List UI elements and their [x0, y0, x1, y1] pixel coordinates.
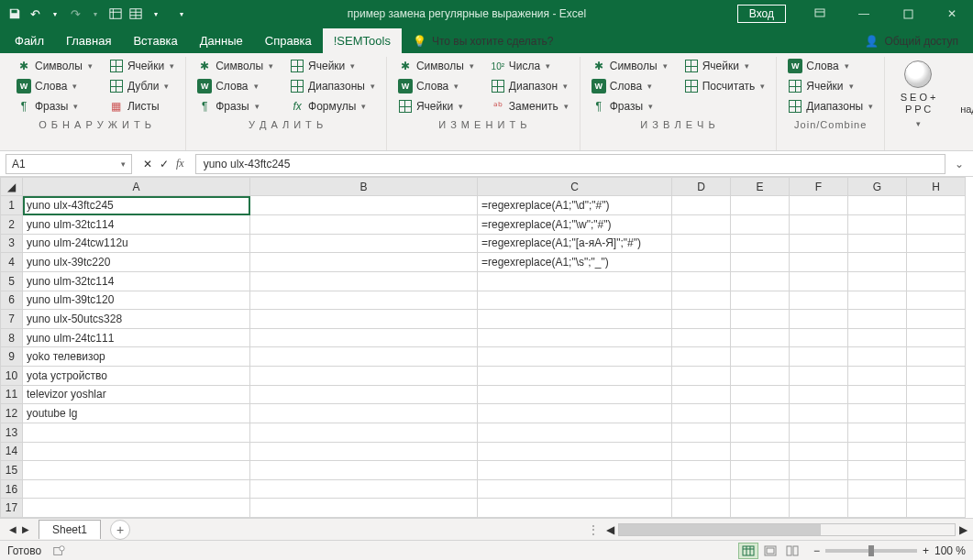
cell-D5[interactable] [672, 271, 731, 291]
menu-home[interactable]: Главная [55, 28, 122, 53]
cell-B5[interactable] [250, 271, 478, 291]
cell-F16[interactable] [790, 479, 848, 499]
menu-file[interactable]: Файл [4, 28, 55, 53]
row-header[interactable]: 17 [1, 499, 23, 518]
cell-F1[interactable] [790, 196, 848, 215]
cell-E10[interactable] [731, 367, 790, 386]
cell-D10[interactable] [672, 367, 731, 386]
row-header[interactable]: 12 [1, 404, 23, 423]
cell-H9[interactable] [907, 347, 966, 367]
cell-G8[interactable] [848, 328, 907, 347]
name-box[interactable]: A1▾ [6, 154, 132, 174]
cell-A2[interactable]: yuno ulm-32tc114 [23, 215, 250, 235]
cell-G2[interactable] [848, 215, 907, 235]
rb-ex-count[interactable]: Посчитать▾ [680, 77, 769, 95]
cell-G4[interactable] [848, 253, 907, 272]
cell-H12[interactable] [907, 404, 966, 423]
rb-symbols[interactable]: ✱Символы▾ [13, 57, 96, 75]
tab-prev-icon[interactable]: ◀ [9, 524, 17, 534]
cell-C17[interactable] [478, 499, 672, 518]
col-header-G[interactable]: G [848, 178, 907, 196]
cell-F5[interactable] [790, 271, 848, 291]
rb-del-phrases[interactable]: ¶Фразы▾ [193, 97, 277, 115]
cell-E14[interactable] [731, 442, 790, 461]
enter-formula-icon[interactable]: ✓ [160, 158, 169, 170]
cell-G14[interactable] [848, 442, 907, 461]
rb-ex-phrases[interactable]: ¶Фразы▾ [588, 97, 671, 115]
cell-H13[interactable] [907, 423, 966, 442]
cell-D4[interactable] [672, 253, 731, 272]
cell-F2[interactable] [790, 215, 848, 235]
rb-ch-replace[interactable]: ᵃᵇЗаменить▾ [487, 97, 572, 115]
undo-dd-icon[interactable]: ▾ [48, 6, 62, 21]
rb-ch-cells[interactable]: Ячейки▾ [394, 97, 478, 115]
rb-jn-ranges[interactable]: Диапазоны▾ [784, 97, 877, 115]
cell-D13[interactable] [672, 423, 731, 442]
qa-icon-2[interactable] [128, 6, 143, 21]
zoom-out-icon[interactable]: − [813, 544, 820, 557]
cell-E2[interactable] [731, 215, 790, 235]
cell-E11[interactable] [731, 385, 790, 404]
cell-A9[interactable]: yoko телевизор [23, 347, 250, 367]
cell-B13[interactable] [250, 423, 478, 442]
cell-H2[interactable] [907, 215, 966, 235]
cell-A17[interactable] [23, 499, 250, 518]
cell-B9[interactable] [250, 347, 478, 367]
ribbon-options-icon[interactable] [799, 0, 841, 27]
row-header[interactable]: 14 [1, 442, 23, 461]
rb-del-cells[interactable]: Ячейки▾ [286, 57, 379, 75]
maximize-icon[interactable] [887, 0, 929, 27]
cell-D7[interactable] [672, 310, 731, 329]
undo-icon[interactable]: ↶ [28, 6, 42, 21]
cell-C16[interactable] [478, 479, 672, 499]
fx-icon[interactable]: fx [176, 157, 184, 170]
row-header[interactable]: 4 [1, 253, 23, 272]
cell-A14[interactable] [23, 442, 250, 461]
qa-dd-icon[interactable]: ▾ [149, 6, 163, 21]
cell-G13[interactable] [848, 423, 907, 442]
rb-ch-words[interactable]: WСлова▾ [394, 77, 478, 95]
rb-del-formulas[interactable]: fxФормулы▾ [286, 97, 379, 115]
cell-C14[interactable] [478, 442, 672, 461]
cell-E6[interactable] [731, 291, 790, 310]
cell-A15[interactable] [23, 461, 250, 480]
formula-expand-icon[interactable]: ⌄ [951, 158, 967, 170]
cell-C9[interactable] [478, 347, 672, 367]
rb-ch-numbers[interactable]: 10²Числа▾ [487, 57, 572, 75]
cell-C13[interactable] [478, 423, 672, 442]
zoom-slider[interactable] [825, 549, 917, 553]
cell-H4[interactable] [907, 253, 966, 272]
cell-G11[interactable] [848, 385, 907, 404]
row-header[interactable]: 1 [1, 196, 23, 215]
view-pagebreak-icon[interactable] [782, 543, 802, 559]
cell-E12[interactable] [731, 404, 790, 423]
cell-C7[interactable] [478, 310, 672, 329]
cell-H5[interactable] [907, 271, 966, 291]
cell-B7[interactable] [250, 310, 478, 329]
redo-icon[interactable]: ↷ [68, 6, 83, 21]
minimize-icon[interactable]: — [843, 0, 885, 27]
cell-H8[interactable] [907, 328, 966, 347]
cell-C2[interactable]: =regexreplace(A1;"\w";"#") [478, 215, 672, 235]
cell-G17[interactable] [848, 499, 907, 518]
cell-H3[interactable] [907, 234, 966, 253]
add-sheet-button[interactable]: + [110, 520, 130, 540]
cell-F6[interactable] [790, 291, 848, 310]
qa-customize-icon[interactable]: ▾ [174, 6, 189, 21]
cell-B6[interactable] [250, 291, 478, 310]
rb-dupes[interactable]: Дубли▾ [105, 77, 178, 95]
rb-words[interactable]: WСлова▾ [13, 77, 96, 95]
cell-E5[interactable] [731, 271, 790, 291]
cell-A4[interactable]: yuno ulx-39tc220 [23, 253, 250, 272]
row-header[interactable]: 11 [1, 385, 23, 404]
big-about-button[interactable]: О надстройке ▾ [953, 57, 973, 132]
cell-A5[interactable]: yuno ulm-32tc114 [23, 271, 250, 291]
cell-H7[interactable] [907, 310, 966, 329]
cell-C1[interactable]: =regexreplace(A1;"\d";"#") [478, 196, 672, 215]
cell-A8[interactable]: yuno ulm-24tc111 [23, 328, 250, 347]
row-header[interactable]: 7 [1, 310, 23, 329]
share-button[interactable]: 👤 Общий доступ [854, 29, 969, 53]
row-header[interactable]: 16 [1, 479, 23, 499]
cell-H16[interactable] [907, 479, 966, 499]
cell-E1[interactable] [731, 196, 790, 215]
